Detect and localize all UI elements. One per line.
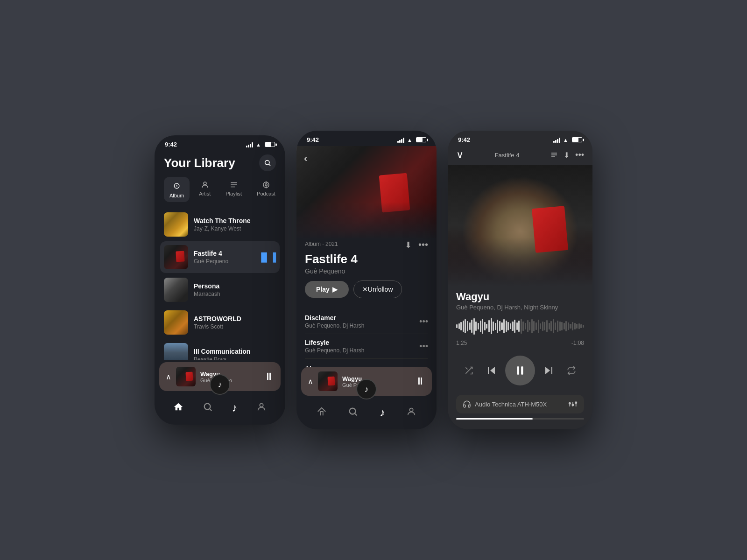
svg-marker-21 (490, 367, 495, 374)
album-artist-fl4: Guè Pequeno (194, 258, 253, 265)
playlist-tab-icon (230, 181, 238, 189)
track-more-disclamer[interactable]: ••• (419, 317, 428, 327)
album-art-overlay (296, 202, 437, 239)
album-name-fl4: Fastlife 4 (194, 250, 253, 257)
now-playing-disc-2[interactable]: ♪ (356, 379, 377, 399)
list-item-astro[interactable]: ASTROWORLD Travis Scott (160, 307, 280, 338)
waveform-display[interactable] (448, 315, 592, 338)
tab-podcast[interactable]: Podcast (251, 177, 281, 202)
track-item-lifesyle[interactable]: Lifesyle Guè Pequeno, Dj Harsh ••• (305, 334, 428, 359)
download-icon-np[interactable]: ⬇ (564, 151, 570, 160)
track-artists-lifesyle: Guè Pequeno, Dj Harsh (305, 347, 364, 354)
nav-search-1[interactable] (199, 400, 217, 416)
np-song-artists: Guè Pequeno, Dj Harsh, Night Skinny (456, 304, 558, 311)
podcast-tab-label: Podcast (257, 191, 275, 196)
album-artist-wtt: Jay-Z, Kanye West (194, 225, 276, 232)
svg-marker-25 (545, 367, 550, 374)
volume-slider[interactable] (456, 418, 584, 420)
repeat-button[interactable] (562, 361, 581, 380)
track-artists-disclamer: Guè Pequeno, Dj Harsh (305, 322, 364, 329)
nav-search-2[interactable] (344, 405, 362, 421)
album-info-astro: ASTROWORLD Travis Scott (194, 315, 276, 330)
artist-tab-icon (201, 181, 209, 189)
album-info-persona: Persona Marracash (194, 282, 276, 297)
tab-playlist[interactable]: Playlist (220, 177, 247, 202)
audio-device[interactable]: Audio Technica ATH-M50X (456, 395, 584, 413)
list-icon[interactable] (550, 151, 558, 159)
signal-icon (246, 142, 253, 147)
battery-icon (265, 142, 275, 147)
album-year: Album · 2021 (305, 241, 338, 247)
nav-home-1[interactable] (169, 400, 187, 416)
mini-song-title-2: Wagyu (342, 375, 410, 382)
time-elapsed: 1:25 (456, 340, 467, 346)
nav-music-1[interactable]: ♪ (228, 399, 241, 416)
play-icon: ▶ (332, 286, 338, 293)
download-icon[interactable]: ⬇ (405, 240, 412, 250)
chevron-down-icon[interactable]: ∨ (456, 149, 464, 161)
play-label: Play (316, 286, 330, 293)
svg-rect-23 (517, 366, 519, 374)
nav-profile-1[interactable] (253, 400, 270, 416)
list-item-communication[interactable]: III Communication Beastie Boys (160, 339, 280, 360)
now-playing-art (448, 165, 592, 286)
mini-song-title: Wagyu (200, 371, 259, 378)
track-name-disclamer: Disclamer (305, 314, 364, 322)
svg-point-10 (204, 403, 210, 409)
search-button[interactable] (259, 154, 276, 171)
more-icon-np[interactable]: ••• (575, 150, 584, 160)
track-list: Disclamer Guè Pequeno, Dj Harsh ••• Life… (296, 309, 437, 367)
svg-point-0 (265, 161, 269, 165)
mini-controls: ⏸ (264, 371, 274, 383)
album-thumb-astro (164, 310, 188, 335)
mini-player-1[interactable]: ∧ Wagyu Guè Pequeno ⏸ ♪ (159, 362, 281, 391)
album-tab-label: Album (169, 193, 184, 198)
audio-device-info: Audio Technica ATH-M50X (463, 400, 547, 408)
np-song-title: Wagyu (456, 291, 558, 303)
next-button[interactable] (539, 361, 558, 380)
more-icon[interactable]: ••• (418, 239, 428, 250)
play-button[interactable]: Play ▶ (305, 281, 349, 298)
track-more-lifesyle[interactable]: ••• (419, 342, 428, 351)
library-header: Your Library (155, 151, 285, 177)
play-pause-button[interactable] (505, 356, 535, 385)
back-button[interactable]: ‹ (304, 153, 307, 165)
previous-button[interactable] (482, 361, 501, 380)
mini-info-2: Wagyu Guè Pequeno (342, 375, 410, 388)
nav-music-2[interactable]: ♪ (376, 404, 389, 421)
svg-line-11 (210, 409, 211, 411)
track-more-alex[interactable]: ••• (419, 364, 428, 367)
list-item-wtt[interactable]: Watch The Throne Jay-Z, Kanye West (160, 209, 280, 240)
category-tabs: ⊙ Album Artist Playlist Podcast (155, 177, 285, 209)
bottom-nav-1: ♪ (155, 395, 285, 425)
list-item-fl4[interactable]: Fastlife 4 Guè Pequeno ▐▌▐ (160, 241, 280, 273)
nav-profile-2[interactable] (402, 405, 420, 421)
mini-player-2[interactable]: ∧ Wagyu Guè Pequeno ⏸ ♪ (301, 367, 432, 396)
album-artist-comm: Beastie Boys (194, 356, 276, 360)
np-album-name: Fastlife 4 (464, 152, 550, 159)
shuffle-button[interactable] (459, 361, 478, 380)
tab-album[interactable]: ⊙ Album (164, 177, 190, 202)
album-info-wtt: Watch The Throne Jay-Z, Kanye West (194, 217, 276, 232)
album-artist-astro: Travis Scott (194, 323, 276, 330)
svg-point-13 (350, 408, 356, 414)
list-item-persona[interactable]: Persona Marracash (160, 274, 280, 306)
svg-point-32 (575, 402, 577, 403)
track-item-disclamer[interactable]: Disclamer Guè Pequeno, Dj Harsh ••• (305, 309, 428, 334)
svg-point-31 (572, 404, 573, 406)
svg-point-30 (569, 403, 571, 404)
unfollow-button[interactable]: ✕Unfollow (353, 280, 402, 298)
album-thumb-persona (164, 278, 188, 302)
equalizer-settings-icon[interactable] (568, 399, 578, 409)
expand-icon: ∧ (166, 372, 171, 381)
status-icons-2: ▲ (397, 137, 426, 143)
now-playing-disc[interactable]: ♪ (210, 374, 230, 395)
mini-pause-button[interactable]: ⏸ (264, 371, 274, 383)
tab-artist[interactable]: Artist (193, 177, 216, 202)
album-name-persona: Persona (194, 282, 276, 290)
status-icons-1: ▲ (246, 142, 275, 147)
track-item-alex[interactable]: Alex ••• (305, 359, 428, 367)
mini-pause-button-2[interactable]: ⏸ (415, 375, 425, 387)
album-title: Fastlife 4 (305, 252, 428, 266)
nav-home-2[interactable] (313, 405, 331, 421)
